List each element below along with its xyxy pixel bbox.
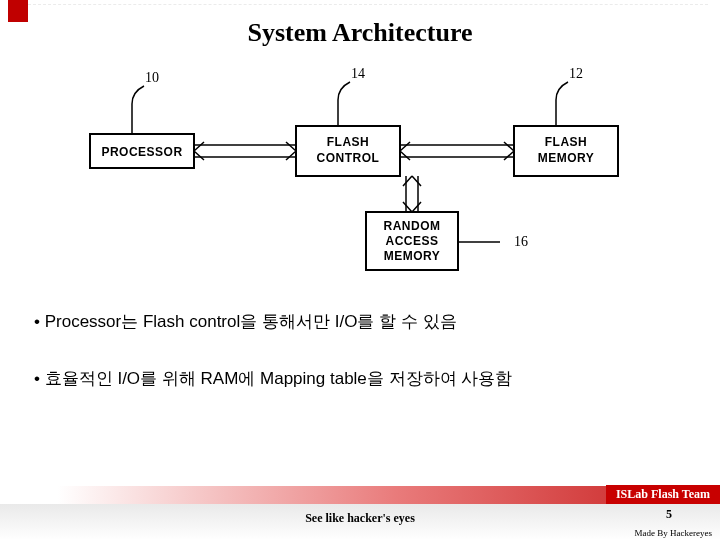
bullet-item: Processor는 Flash control을 통해서만 I/O를 할 수 … [34,310,674,333]
flash-control-label-2: CONTROL [317,151,380,165]
accent-line [28,4,708,5]
ram-label-1: RANDOM [384,219,441,233]
ram-label-3: MEMORY [384,249,441,263]
processor-num: 10 [145,70,159,85]
footer-tagline: See like hacker's eyes [0,511,720,526]
ram-label-2: ACCESS [385,234,438,248]
ram-num: 16 [514,234,528,249]
slide: System Architecture PROCESSOR 10 FLASH C… [0,0,720,540]
bullet-item: 효율적인 I/O를 위해 RAM에 Mapping table을 저장하여 사용… [34,367,674,390]
processor-label: PROCESSOR [101,145,182,159]
flash-memory-num: 12 [569,66,583,81]
flash-control-num: 14 [351,66,365,81]
footer-team: ISLab Flash Team [606,485,720,504]
flash-control-label-1: FLASH [327,135,370,149]
page-title: System Architecture [0,18,720,48]
flash-memory-label-1: FLASH [545,135,588,149]
architecture-diagram: PROCESSOR 10 FLASH CONTROL 14 FLASH MEMO… [70,62,650,282]
bullet-list: Processor는 Flash control을 통해서만 I/O를 할 수 … [34,310,674,424]
flash-memory-label-2: MEMORY [538,151,595,165]
page-number: 5 [666,507,672,522]
footer-made-by: Made By Hackereyes [635,528,712,538]
